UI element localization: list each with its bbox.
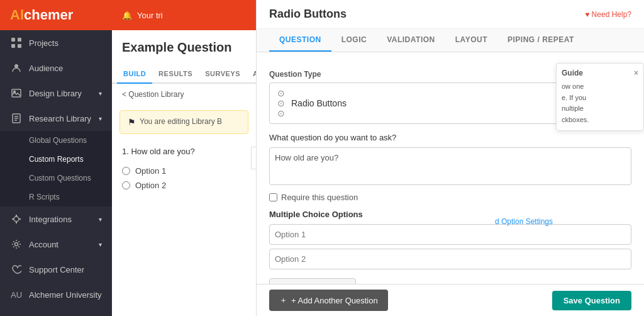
guide-panel-header: Guide × [562,69,638,77]
tab-piping-repeat[interactable]: PIPING / REPEAT [497,29,584,52]
plus-icon: ＋ [279,295,287,306]
logo-text: Al [10,7,24,23]
university-icon: AU [10,288,23,301]
sidebar-item-label: Research Library [29,114,91,123]
collapse-button[interactable]: ‹ [251,147,257,169]
right-panel-header: Radio Buttons ♥ Need Help? [257,0,644,29]
image-icon [10,87,23,99]
chevron-icon: ▾ [99,241,102,248]
multiple-choice-label: Multiple Choice Options [269,210,631,219]
sidebar-item-r-scripts[interactable]: R Scripts [0,188,112,206]
sidebar-item-label: Integrations [29,215,72,224]
require-checkbox-row: Require this question [269,193,631,202]
guide-title: Guide [562,69,583,77]
require-label: Require this question [281,193,358,202]
tab-layout[interactable]: LAYOUT [445,29,497,52]
right-tabs: QUESTION LOGIC VALIDATION LAYOUT PIPING … [257,29,644,52]
need-help-link[interactable]: ♥ Need Help? [585,10,631,19]
flag-icon: ⚑ [128,117,136,127]
guide-text: ow one e. If you nultiple ckboxes. [562,81,638,125]
svg-point-16 [15,243,18,246]
chevron-icon: ▾ [99,90,102,97]
sidebar-item-university[interactable]: AU Alchemer University [0,282,112,307]
chevron-icon: ▾ [99,115,102,122]
grid-icon [10,37,23,49]
editing-banner: ⚑ You are editing Library B [119,110,248,134]
option-label-2: Option 2 [135,181,166,190]
middle-tabs: BUILD RESULTS SURVEYS ADV [112,65,256,84]
tab-logic[interactable]: LOGIC [331,29,377,52]
sidebar-item-global-questions[interactable]: Global Questions [0,131,112,150]
plug-icon [10,213,23,225]
question-preview: 1. How old are you? [112,139,256,164]
research-library-submenu: Global Questions Custom Reports Custom Q… [0,131,112,206]
sidebar-item-label: Design Library [29,89,82,98]
example-question-title: Example Question [112,30,256,65]
guide-close-button[interactable]: × [634,69,638,77]
chevron-icon: ▾ [99,216,102,223]
sidebar-item-research-library[interactable]: Research Library ▾ [0,106,112,131]
sidebar-item-design-library[interactable]: Design Library ▾ [0,81,112,106]
sidebar-item-audience[interactable]: Audience [0,55,112,81]
radio-icon: ⊙⊙⊙ [277,88,285,118]
sidebar-item-label: Audience [29,64,63,73]
question-text-label: What question do you want to ask? [269,133,631,142]
person-icon [10,62,23,74]
tab-question[interactable]: QUESTION [269,29,331,52]
sidebar-item-label: Support Center [29,265,84,274]
sidebar-item-support[interactable]: Support Center [0,257,112,282]
sidebar-item-integrations[interactable]: Integrations ▾ [0,206,112,232]
notification-text: Your tri [137,11,163,20]
option-input-1[interactable] [269,224,631,245]
middle-panel: 🔔 Your tri Example Question BUILD RESULT… [112,0,257,316]
notification-bar: 🔔 Your tri [112,0,256,30]
logo-text-rest: chemer [24,7,73,23]
save-question-button[interactable]: Save Question [552,291,631,310]
svg-point-11 [14,217,19,222]
heart-icon [10,263,23,276]
sidebar-item-custom-reports[interactable]: Custom Reports [0,150,112,169]
radio-input-2[interactable] [122,181,130,189]
app-logo[interactable]: Alchemer [0,0,112,30]
sidebar-item-account[interactable]: Account ▾ [0,232,112,257]
radio-option-2: Option 2 [112,178,256,193]
radio-input-1[interactable] [122,167,130,175]
require-checkbox[interactable] [269,193,277,201]
tab-build[interactable]: BUILD [117,65,152,84]
gear-icon [10,238,23,251]
tab-validation[interactable]: VALIDATION [377,29,445,52]
footer-bar: ＋ + Add Another Question Save Question [257,284,644,316]
guide-panel: Guide × ow one e. If you nultiple ckboxe… [556,63,644,131]
adv-option-settings-link[interactable]: d Option Settings [495,217,553,226]
option-label-1: Option 1 [135,166,166,176]
sidebar-item-projects[interactable]: Projects [0,30,112,55]
svg-rect-0 [11,38,15,42]
sidebar-item-label: Account [29,240,58,249]
svg-rect-1 [18,38,21,42]
tab-adv[interactable]: ADV [247,65,257,82]
sidebar-item-label: Projects [29,38,58,48]
sidebar-item-label: Alchemer University [29,290,102,300]
svg-rect-2 [11,44,15,48]
tab-results[interactable]: RESULTS [152,65,199,82]
right-panel: Radio Buttons ♥ Need Help? QUESTION LOGI… [257,0,644,316]
right-panel-title: Radio Buttons [269,8,347,21]
sidebar-item-custom-questions[interactable]: Custom Questions [0,169,112,188]
radio-option-1: Option 1 [112,164,256,178]
svg-point-4 [14,64,18,68]
question-textarea[interactable]: How old are you? [269,147,631,185]
add-another-button[interactable]: ＋ + Add Another Question [269,290,388,311]
editing-banner-text: You are editing Library B [140,117,222,126]
question-library-link[interactable]: < Question Library [112,84,256,105]
tab-surveys[interactable]: SURVEYS [199,65,247,82]
book-icon [10,112,23,125]
option-input-2[interactable] [269,249,631,269]
svg-rect-3 [18,44,21,48]
sidebar: Alchemer Projects Audience Design Librar… [0,0,112,316]
bell-icon: 🔔 [122,11,132,20]
